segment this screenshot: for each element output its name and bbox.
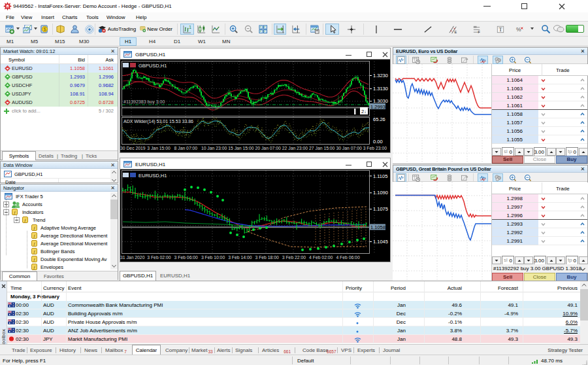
svg-text:GBPUSD,H1: GBPUSD,H1	[139, 63, 167, 69]
svg-text:ADX Wilder(14) 53.01 15.53 33.: ADX Wilder(14) 53.01 15.53 33.86	[123, 119, 193, 124]
svg-text:30 Jan 07:00: 30 Jan 07:00	[336, 146, 362, 150]
svg-text:1: 1	[189, 25, 191, 29]
svg-text:E: E	[454, 30, 457, 34]
svg-text:8 Jan 07:00: 8 Jan 07:00	[174, 146, 198, 150]
svg-text:1.1058: 1.1058	[370, 224, 385, 230]
svg-text:EURUSD,H1: EURUSD,H1	[139, 173, 167, 179]
svg-text:1.2993: 1.2993	[370, 104, 385, 110]
svg-text:3 Feb 06:00: 3 Feb 06:00	[174, 255, 198, 260]
svg-text:3 Feb 23:00: 3 Feb 23:00	[363, 146, 387, 150]
svg-text:0.00: 0.00	[373, 139, 383, 145]
svg-text:3 Feb 22:00: 3 Feb 22:00	[282, 255, 306, 260]
svg-text:31 Jan 2020: 31 Jan 2020	[120, 255, 145, 260]
svg-text:%: %	[515, 26, 521, 33]
svg-text:1.1045: 1.1045	[373, 239, 388, 245]
svg-text:2↓: 2↓	[361, 109, 367, 114]
svg-text:3 Feb 14:00: 3 Feb 14:00	[228, 255, 252, 260]
svg-text:20 Jan 07:00: 20 Jan 07:00	[255, 146, 282, 150]
svg-text:15 Jan 15:00: 15 Jan 15:00	[228, 146, 254, 150]
svg-text:1.3230: 1.3230	[373, 73, 388, 78]
svg-text:65.26: 65.26	[373, 116, 385, 122]
svg-text:3 Feb 02:00: 3 Feb 02:00	[147, 255, 171, 260]
svg-text:27 Jan 15:00: 27 Jan 15:00	[309, 146, 335, 150]
svg-text:3 Feb 18:00: 3 Feb 18:00	[255, 255, 279, 260]
svg-text:1.1075: 1.1075	[373, 206, 388, 212]
svg-text:22 Jan 23:00: 22 Jan 23:00	[282, 146, 308, 150]
svg-text:4 Feb 06:00: 4 Feb 06:00	[336, 255, 359, 260]
svg-text:3 Feb 10:00: 3 Feb 10:00	[201, 255, 225, 260]
svg-text:#11392383 buy 3.00: #11392383 buy 3.00	[123, 99, 165, 105]
svg-text:10 Jan 23:00: 10 Jan 23:00	[201, 146, 227, 150]
svg-text:F: F	[478, 30, 480, 34]
svg-text:T: T	[498, 27, 502, 33]
svg-text:4 Feb 02:00: 4 Feb 02:00	[309, 255, 333, 260]
svg-text:1.1105: 1.1105	[373, 173, 387, 179]
svg-text:3 Jan 15:00: 3 Jan 15:00	[147, 146, 171, 150]
svg-text:1.3130: 1.3130	[373, 86, 388, 92]
svg-text:1.1090: 1.1090	[373, 190, 388, 196]
svg-text:30 Dec 2019: 30 Dec 2019	[120, 146, 146, 150]
